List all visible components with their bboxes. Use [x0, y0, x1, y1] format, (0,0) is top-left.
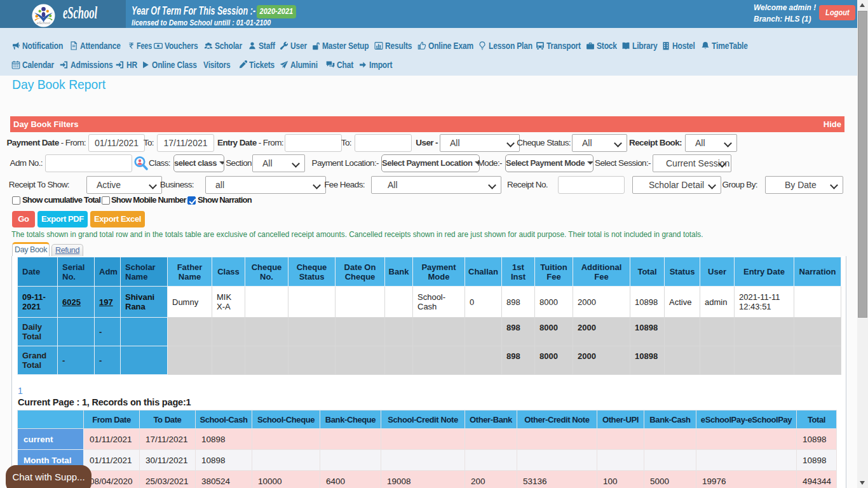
- svg-text:eSchool: eSchool: [37, 21, 51, 25]
